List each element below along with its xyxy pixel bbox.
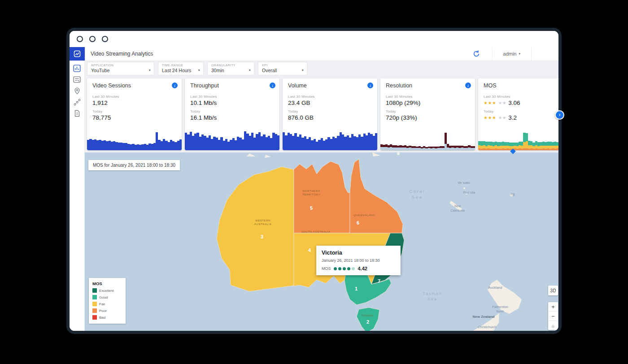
home-button[interactable]: ⌂ bbox=[548, 321, 558, 330]
sidebar-item-locations[interactable] bbox=[70, 85, 84, 96]
page-title: Video Streaming Analytics bbox=[91, 47, 153, 61]
kpi-card-throughput: ThroughputiLast 30 Minutes10.1 Mb/sToday… bbox=[185, 78, 279, 150]
chevron-down-icon: ▼ bbox=[148, 69, 151, 72]
metric-label: Last 30 Minutes bbox=[288, 95, 372, 99]
map-3d-button[interactable]: 3D bbox=[548, 286, 558, 295]
island-dot bbox=[463, 187, 465, 189]
cards-next-button[interactable]: › bbox=[555, 110, 564, 120]
zoom-in-button[interactable]: + bbox=[548, 302, 558, 311]
landmass-shape bbox=[265, 155, 271, 158]
landmass-shape bbox=[488, 280, 522, 314]
report-doc-icon bbox=[73, 109, 81, 117]
metric-value: 1,912 bbox=[92, 100, 176, 106]
card-title: Throughput bbox=[190, 82, 219, 89]
window-dot[interactable] bbox=[102, 36, 108, 42]
refresh-button[interactable] bbox=[461, 47, 492, 61]
sidebar-item-reports[interactable] bbox=[70, 108, 84, 119]
tooltip-value: 4.42 bbox=[358, 266, 367, 271]
metric-value: 876.0 GB bbox=[288, 114, 372, 121]
landmass-shape bbox=[247, 153, 256, 156]
legend-swatch bbox=[92, 302, 97, 306]
filter-application[interactable]: APPLICATIONYouTube▼ bbox=[87, 62, 154, 75]
main-content: APPLICATIONYouTube▼TIME RANGELast 24 Hou… bbox=[84, 61, 558, 331]
card-title: Video Sessions bbox=[92, 82, 131, 89]
metric-value: 10.1 Mb/s bbox=[190, 100, 274, 106]
card-sparkline bbox=[87, 130, 182, 150]
map-label-coral-sea: Coral bbox=[409, 189, 425, 194]
sidebar bbox=[70, 61, 85, 331]
region-label: WESTERN bbox=[255, 219, 270, 222]
user-menu[interactable]: admin ▾ bbox=[492, 47, 532, 61]
legend-label: Good bbox=[99, 295, 108, 299]
australia-choropleth[interactable]: WESTERNAUSTRALIA3NORTHERNTERRITORY5SOUTH… bbox=[84, 152, 558, 331]
tooltip-period: January 26, 2021 18:00 to 18:30 bbox=[322, 258, 395, 263]
landmass-shape bbox=[372, 152, 380, 156]
legend-label: Bad bbox=[99, 316, 105, 320]
metric-label: Today bbox=[386, 109, 470, 113]
map-label-tasman-sea: Sea bbox=[427, 297, 437, 301]
region-label: TERRITORY bbox=[302, 193, 320, 196]
map-zoom-controls: + − ⌂ bbox=[548, 302, 558, 330]
filter-time-range[interactable]: TIME RANGELast 24 Hours▼ bbox=[158, 62, 204, 75]
zoom-out-button[interactable]: − bbox=[548, 311, 558, 321]
info-icon[interactable]: i bbox=[270, 82, 275, 88]
card-title: MOS bbox=[484, 82, 496, 89]
map-label-tasman-sea: Tasman bbox=[423, 291, 442, 296]
region-nt[interactable] bbox=[294, 161, 350, 233]
refresh-icon bbox=[472, 50, 480, 58]
filter-value: Overall bbox=[262, 68, 300, 73]
legend-title: MOS bbox=[92, 281, 122, 286]
map-label-new-zealand: New Zealand bbox=[473, 315, 495, 319]
filter-value: 30min bbox=[211, 68, 247, 73]
card-title: Volume bbox=[288, 82, 307, 89]
card-sparkline bbox=[380, 130, 475, 150]
metric-value: 1080p (29%) bbox=[386, 100, 470, 106]
region-value: 1 bbox=[355, 286, 358, 291]
metric-label: Last 30 Minutes bbox=[92, 95, 176, 99]
metric-label: Last 30 Minutes bbox=[484, 95, 562, 99]
analytics-chart-icon bbox=[73, 64, 81, 73]
legend-swatch bbox=[92, 288, 97, 293]
region-value: 6 bbox=[357, 220, 359, 225]
sidebar-item-dashboard[interactable] bbox=[70, 74, 84, 85]
sidebar-item-analytics[interactable] bbox=[70, 63, 84, 74]
map-label-vanuatu: Vanuatu bbox=[458, 181, 470, 185]
metric-label: Last 30 Minutes bbox=[190, 95, 274, 99]
region-value: 4 bbox=[308, 247, 311, 253]
map-label-new-caledonia: Caledonia bbox=[450, 209, 465, 212]
filter-value: YouTube bbox=[91, 68, 147, 73]
map-tooltip: Victoria January 26, 2021 18:00 to 18:30… bbox=[316, 246, 401, 275]
card-title: Resolution bbox=[386, 82, 412, 89]
region-wa[interactable] bbox=[217, 167, 294, 291]
map-label-fiji: Fiji bbox=[510, 192, 515, 196]
legend-swatch bbox=[92, 295, 97, 299]
kpi-card-volume: VolumeiLast 30 Minutes23.4 GBToday876.0 … bbox=[283, 78, 377, 150]
filter-granularity[interactable]: GRANULARITY30min▼ bbox=[207, 62, 254, 75]
info-icon[interactable]: i bbox=[465, 82, 471, 88]
chevron-down-icon: ▾ bbox=[519, 52, 520, 56]
card-sparkline bbox=[283, 130, 377, 150]
map-label-palmerston-north: North bbox=[496, 310, 504, 313]
info-icon[interactable]: i bbox=[172, 82, 178, 88]
map-canvas[interactable]: WESTERNAUSTRALIA3NORTHERNTERRITORY5SOUTH… bbox=[84, 152, 558, 331]
window-dot[interactable] bbox=[89, 36, 96, 42]
filter-kpi[interactable]: KPIOverall▼ bbox=[258, 62, 307, 75]
user-name: admin bbox=[503, 51, 517, 56]
metric-value: ★★★★★3.06 bbox=[484, 100, 562, 106]
tooltip-rating-dots bbox=[334, 267, 355, 270]
region-label: NORTHERN bbox=[303, 190, 320, 192]
region-value: 3 bbox=[261, 234, 263, 239]
metric-label: Today bbox=[288, 109, 372, 113]
chevron-down-icon: ▼ bbox=[249, 69, 251, 72]
region-value: 5 bbox=[310, 205, 313, 211]
map-label-new-caledonia: New bbox=[454, 204, 461, 208]
map-label-coral-sea: Sea bbox=[412, 195, 423, 199]
app-logo[interactable] bbox=[70, 47, 85, 61]
info-icon[interactable]: i bbox=[367, 82, 373, 88]
sidebar-item-topology[interactable] bbox=[70, 96, 84, 108]
window-dot[interactable] bbox=[77, 36, 83, 42]
legend-label: Excellent bbox=[99, 289, 113, 293]
region-label: TASMANIA bbox=[362, 315, 374, 317]
tooltip-region: Victoria bbox=[322, 250, 395, 256]
metric-label: Last 30 Minutes bbox=[386, 95, 470, 99]
